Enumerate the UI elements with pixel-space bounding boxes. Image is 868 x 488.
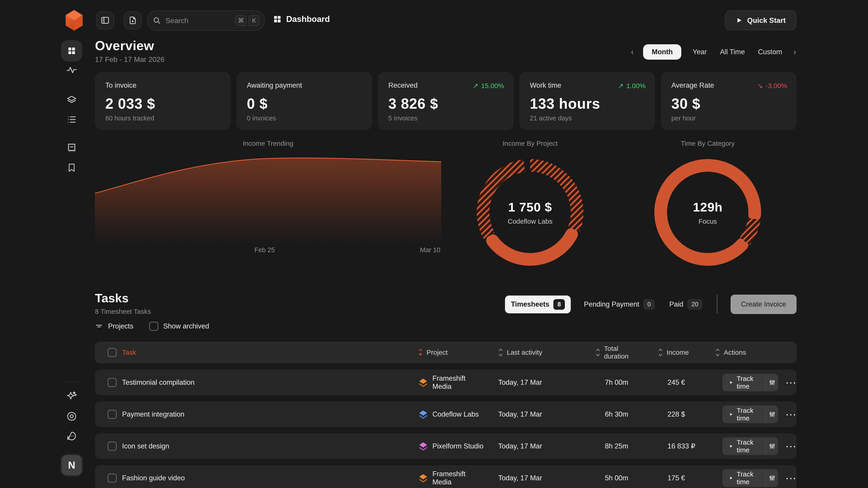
column-header-last-activity[interactable]: Last activity — [486, 348, 582, 357]
row-more-menu[interactable]: ⋯ — [785, 440, 797, 453]
sidebar-item-feedback[interactable] — [66, 431, 77, 442]
time-by-category-chart: Time By Category 129h Focus — [619, 140, 797, 271]
column-header-income[interactable]: Income — [645, 348, 697, 357]
table-row[interactable]: Icon set design Pixelform Studio Today, … — [95, 433, 797, 459]
create-invoice-button[interactable]: Create Invoice — [731, 295, 797, 314]
show-archived-checkbox[interactable] — [149, 322, 158, 331]
track-time-button[interactable]: Track time — [722, 374, 766, 391]
total-duration: 8h 25m — [582, 442, 645, 450]
last-activity: Today, 17 Mar — [486, 474, 582, 482]
track-time-button[interactable]: Track time — [722, 405, 766, 423]
delta-badge: ↗ 1.00% — [618, 82, 646, 90]
timer-options-button[interactable] — [766, 405, 778, 423]
track-time-split-button[interactable]: Track time — [722, 405, 778, 423]
sidebar-item-activity[interactable] — [66, 65, 77, 75]
show-archived-toggle[interactable]: Show archived — [149, 322, 209, 331]
x-tick: Mar 10 — [420, 246, 440, 254]
timer-options-button[interactable] — [766, 437, 778, 455]
grid-icon — [273, 15, 282, 24]
app-logo[interactable] — [63, 9, 86, 32]
track-time-split-button[interactable]: Track time — [722, 469, 778, 487]
sort-active-desc-icon[interactable] — [418, 348, 423, 357]
column-header-task[interactable]: Task — [117, 349, 405, 356]
delta-badge: ↗ 15.00% — [473, 82, 504, 90]
stat-card-average-rate: Average Rate ↘ -3.00% 30 $ per hour — [661, 72, 797, 130]
period-tab-year[interactable]: Year — [691, 44, 709, 60]
timer-options-button[interactable] — [766, 374, 778, 391]
actions-cell: Track time ⋯ — [697, 469, 797, 487]
column-header-total-duration[interactable]: Total duration — [582, 345, 645, 360]
area-chart-canvas[interactable] — [95, 156, 441, 243]
projects-filter-button[interactable]: Projects — [95, 322, 133, 330]
column-sort-icon[interactable] — [595, 348, 600, 357]
sidebar-item-settings[interactable] — [66, 411, 77, 422]
track-time-split-button[interactable]: Track time — [722, 374, 778, 391]
tasks-subtitle: 8 Timesheet Tasks — [95, 308, 151, 315]
sidebar-item-invoices[interactable] — [66, 142, 77, 153]
tab-pending-payment[interactable]: Pending Payment 0 — [583, 295, 656, 313]
sliders-icon — [769, 443, 776, 450]
track-time-split-button[interactable]: Track time — [722, 437, 778, 455]
timer-options-button[interactable] — [766, 469, 778, 487]
trend-up-icon: ↗ — [473, 82, 478, 90]
column-sort-icon[interactable] — [658, 348, 663, 357]
x-axis-labels: Feb 25 Mar 10 — [95, 246, 441, 255]
table-row[interactable]: Testimonial compilation Frameshift Media… — [95, 369, 797, 395]
project-name: Frameshift Media — [432, 375, 486, 391]
last-activity: Today, 17 Mar — [486, 410, 582, 418]
tab-timesheets[interactable]: Timesheets 8 — [505, 295, 571, 313]
sidebar-item-tasks[interactable] — [66, 114, 77, 125]
period-tab-alltime[interactable]: All Time — [718, 44, 747, 60]
actions-cell: Track time ⋯ — [697, 437, 797, 455]
count-badge: 20 — [687, 299, 702, 310]
total-duration: 6h 30m — [582, 410, 645, 418]
search-input[interactable]: Search ⌘ K — [147, 10, 265, 31]
period-selector: ‹ Month Year All Time Custom › — [631, 44, 796, 60]
project-cell: Pixelform Studio — [405, 441, 486, 451]
sidebar-item-dashboard[interactable] — [61, 40, 82, 61]
table-row[interactable]: Payment integration Codeflow Labs Today,… — [95, 401, 797, 427]
row-checkbox[interactable] — [107, 442, 117, 451]
tab-paid[interactable]: Paid 20 — [668, 295, 704, 313]
task-name: Fashion guide video — [117, 474, 405, 482]
play-icon — [729, 475, 733, 481]
row-more-menu[interactable]: ⋯ — [785, 376, 797, 389]
column-sort-icon[interactable] — [498, 348, 503, 357]
chart-title: Income By Project — [502, 140, 557, 147]
project-name: Pixelform Studio — [432, 442, 484, 450]
sidebar-item-ai-assistant[interactable] — [66, 390, 77, 401]
task-name: Testimonial compilation — [117, 379, 405, 387]
bookmark-icon — [67, 163, 76, 173]
row-more-menu[interactable]: ⋯ — [785, 472, 797, 484]
donut-center-label: 129h Focus — [649, 154, 767, 271]
select-all-checkbox[interactable] — [107, 348, 117, 357]
track-time-button[interactable]: Track time — [722, 437, 766, 455]
chevron-left-icon[interactable]: ‹ — [631, 48, 633, 56]
page-title: Overview — [95, 38, 164, 53]
date-range: 17 Feb - 17 Mar 2026 — [95, 55, 164, 64]
period-tab-custom[interactable]: Custom — [756, 44, 784, 60]
new-document-button[interactable] — [124, 11, 142, 29]
sidebar-item-projects[interactable] — [66, 94, 77, 105]
row-checkbox[interactable] — [107, 378, 117, 387]
row-checkbox[interactable] — [107, 410, 117, 419]
total-duration: 5h 00m — [582, 474, 645, 482]
column-sort-icon[interactable] — [715, 348, 720, 357]
user-avatar[interactable]: N — [60, 454, 83, 477]
quick-start-button[interactable]: Quick Start — [725, 10, 797, 30]
row-more-menu[interactable]: ⋯ — [785, 408, 797, 421]
chevron-right-icon[interactable]: › — [794, 48, 796, 56]
period-tab-month[interactable]: Month — [643, 44, 681, 60]
track-time-button[interactable]: Track time — [722, 469, 766, 487]
column-header-actions[interactable]: Actions — [697, 348, 797, 357]
column-header-project[interactable]: Project — [405, 348, 486, 357]
cmd-keycap: ⌘ — [236, 15, 246, 26]
toggle-sidebar-button[interactable] — [96, 11, 114, 29]
sidebar-item-bookmarks[interactable] — [66, 162, 77, 173]
table-row[interactable]: Fashion guide video Frameshift Media Tod… — [95, 465, 797, 488]
task-filters: Projects Show archived — [95, 322, 209, 331]
task-name: Icon set design — [117, 442, 405, 450]
row-checkbox[interactable] — [107, 474, 117, 483]
page-title-label: Dashboard — [286, 14, 330, 24]
project-layers-icon — [418, 473, 428, 483]
